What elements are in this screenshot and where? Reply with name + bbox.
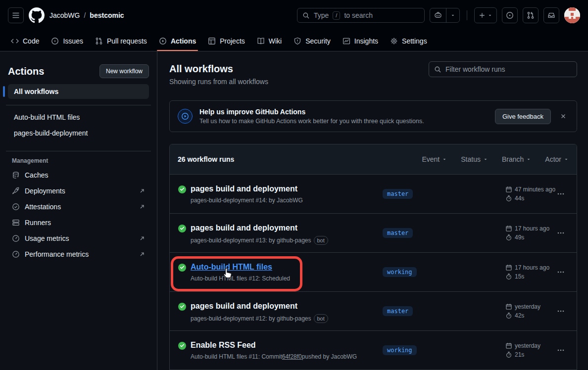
github-logo-icon[interactable] [29,7,45,23]
sidebar-item-usage-metrics[interactable]: Usage metrics [8,231,149,246]
run-title-link[interactable]: Enable RSS Feed [191,340,357,350]
git-pull-request-icon [527,11,535,19]
sidebar-item-all-workflows[interactable]: All workflows [8,84,149,99]
stopwatch-icon [505,312,512,319]
sidebar-item-workflow[interactable]: Auto-build HTML files [8,109,149,125]
tab-wiki[interactable]: Wiki [252,31,287,51]
issues-dashboard-button[interactable] [502,7,518,23]
workflow-run-row[interactable]: pages build and deployment pages-build-d… [170,291,577,330]
sidebar-item-performance-metrics[interactable]: Performance metrics [8,246,149,262]
app-header: JacobWG / bestcomic Type / to search [0,0,588,31]
kebab-icon [557,268,565,276]
tab-code[interactable]: Code [6,31,44,51]
sidebar-divider [6,151,151,151]
main-content: All workflows Showing runs from all work… [157,51,588,370]
sidebar-item-attestations[interactable]: Attestations [8,199,149,215]
run-title-link[interactable]: pages build and deployment [191,301,328,311]
external-link-icon [139,204,145,210]
commit-link[interactable]: 64f28f0 [282,353,302,360]
search-placeholder-suffix: to search [344,11,373,19]
run-duration: 42s [515,311,524,320]
tab-actions[interactable]: Actions [154,31,201,51]
actions-sidebar: Actions New workflow All workflows Auto-… [0,51,157,370]
give-feedback-button[interactable]: Give feedback [495,109,551,124]
copilot-button[interactable] [430,8,446,22]
run-time: 17 hours ago [515,263,549,272]
tab-settings[interactable]: Settings [385,31,432,51]
success-check-icon [178,342,186,360]
breadcrumb-owner[interactable]: JacobWG [49,11,80,19]
run-time: yesterday [515,302,540,311]
tab-security[interactable]: Security [289,31,336,51]
tab-label: Actions [171,37,196,45]
workflow-run-row[interactable]: Enable RSS Feed Auto-build HTML files #1… [170,330,577,370]
copilot-icon [434,11,442,19]
gear-icon [390,37,398,45]
header-divider [467,10,467,20]
run-options-button[interactable] [555,188,567,200]
run-subtitle-suffix: pushed by JacobWG [302,353,357,360]
sidebar-item-label: Deployments [25,187,65,195]
banner-title: Help us improve GitHub Actions [199,108,488,116]
user-avatar[interactable] [564,7,580,23]
stopwatch-icon [505,234,512,241]
status-filter-dropdown[interactable]: Status [461,155,488,163]
close-banner-button[interactable] [558,111,569,122]
actor-filter-dropdown[interactable]: Actor [545,155,569,163]
sidebar-item-label: Performance metrics [25,250,89,258]
success-check-icon [178,185,186,204]
pull-requests-dashboard-button[interactable] [523,7,539,23]
workflow-runs-table: 26 workflow runs Event Status Branch [169,144,577,370]
copilot-menu-button[interactable] [446,8,459,22]
tab-issues[interactable]: Issues [46,31,88,51]
tab-label: Security [305,37,331,45]
tab-insights[interactable]: Insights [338,31,383,51]
global-search-input[interactable]: Type / to search [297,8,425,23]
run-options-button[interactable] [555,266,567,278]
branch-filter-dropdown[interactable]: Branch [502,155,531,163]
sidebar-item-caches[interactable]: Caches [8,167,149,183]
feedback-banner: Help us improve GitHub Actions Tell us h… [169,100,577,132]
event-filter-dropdown[interactable]: Event [422,155,447,163]
run-title-link[interactable]: pages build and deployment [191,184,303,194]
run-title-link[interactable]: pages build and deployment [191,223,328,233]
hamburger-menu-button[interactable] [8,7,24,23]
sidebar-item-label: Usage metrics [25,234,69,242]
play-circle-icon [178,109,193,124]
issue-opened-icon [51,37,59,45]
branch-badge[interactable]: working [383,345,417,355]
banner-description: Tell us how to make GitHub Actions work … [199,118,488,125]
filter-label: Branch [502,155,524,163]
table-icon [208,37,216,45]
create-new-button[interactable] [474,7,497,23]
kebab-icon [557,190,565,198]
new-workflow-button[interactable]: New workflow [99,64,149,78]
workflow-run-row[interactable]: pages build and deployment pages-build-d… [170,213,577,252]
run-title-link[interactable]: Auto-build HTML files [191,262,290,272]
run-time: 17 hours ago [515,224,549,233]
management-section-label: Management [8,157,149,164]
chevron-down-icon [483,157,488,162]
branch-badge[interactable]: master [383,306,413,316]
branch-badge[interactable]: master [383,228,413,238]
run-options-button[interactable] [555,227,567,239]
sidebar-item-deployments[interactable]: Deployments [8,183,149,199]
filter-workflow-runs-input[interactable] [445,65,572,73]
hamburger-icon [12,11,20,19]
branch-badge[interactable]: working [383,267,417,277]
sidebar-item-workflow[interactable]: pages-build-deployment [8,125,149,141]
sidebar-item-label: Attestations [25,203,61,211]
branch-badge[interactable]: master [383,189,413,199]
workflow-run-row[interactable]: pages build and deployment pages-build-d… [170,174,577,213]
stopwatch-icon [505,195,512,202]
success-check-icon [178,225,186,245]
workflow-run-row-highlighted[interactable]: Auto-build HTML files Auto-build HTML fi… [170,252,577,291]
filter-label: Status [461,155,481,163]
sidebar-item-runners[interactable]: Runners [8,215,149,231]
run-options-button[interactable] [555,344,567,356]
tab-projects[interactable]: Projects [203,31,250,51]
inbox-button[interactable] [543,7,559,23]
breadcrumb-repo[interactable]: bestcomic [90,11,124,19]
tab-pull-requests[interactable]: Pull requests [90,31,152,51]
run-options-button[interactable] [555,305,567,317]
